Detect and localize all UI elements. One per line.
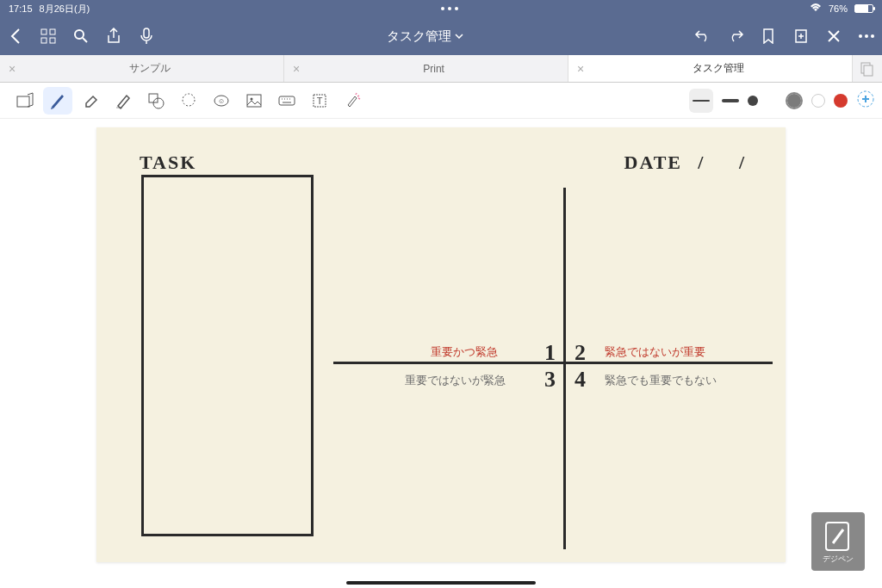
battery-icon (854, 4, 873, 13)
stroke-thin[interactable] (689, 89, 713, 113)
color-white[interactable] (811, 94, 825, 108)
bookmark-button[interactable] (760, 28, 777, 45)
tab-task[interactable]: × タスク管理 (568, 55, 853, 82)
task-heading: TASK (140, 152, 196, 174)
watermark: デジペン (811, 512, 865, 571)
svg-point-4 (75, 30, 84, 39)
eraser-tool[interactable] (76, 87, 105, 115)
chevron-down-icon (455, 34, 463, 39)
svg-rect-12 (864, 65, 873, 76)
more-button[interactable] (858, 28, 875, 45)
clock: 17:15 (9, 3, 33, 14)
color-gray[interactable] (786, 92, 803, 109)
grid-button[interactable] (40, 28, 57, 45)
canvas[interactable]: TASK DATE / / 1 2 3 4 重要かつ緊急 緊急ではないが重要 重… (0, 119, 882, 588)
redo-button[interactable] (727, 28, 744, 45)
svg-line-32 (833, 529, 843, 543)
quadrant-1-num: 1 (544, 340, 556, 366)
search-button[interactable] (72, 28, 90, 45)
svg-text:☺: ☺ (218, 97, 225, 105)
svg-text:T: T (317, 96, 323, 106)
status-dots (441, 7, 458, 10)
svg-point-8 (859, 34, 862, 38)
tool-strip: ☺ T (0, 83, 882, 119)
status-bar: 17:15 8月26日(月) 76% (0, 0, 882, 17)
tab-strip: × サンプル × Print × タスク管理 (0, 55, 882, 83)
quadrant-4-num: 4 (575, 367, 586, 393)
mic-button[interactable] (138, 28, 155, 45)
svg-rect-20 (247, 95, 261, 107)
app-bar: タスク管理 (0, 17, 882, 55)
stroke-med[interactable] (722, 99, 739, 102)
stroke-thick[interactable] (748, 96, 758, 106)
share-button[interactable] (105, 28, 122, 45)
wifi-icon (810, 3, 822, 14)
svg-rect-13 (17, 96, 29, 107)
svg-point-9 (865, 34, 868, 38)
quadrant-3-num: 3 (544, 367, 556, 393)
keyboard-tool[interactable] (272, 87, 301, 115)
svg-rect-3 (50, 38, 55, 43)
note-page[interactable]: TASK DATE / / 1 2 3 4 重要かつ緊急 緊急ではないが重要 重… (96, 127, 786, 562)
battery-pct: 76% (829, 3, 848, 14)
close-button[interactable] (825, 28, 842, 45)
svg-point-21 (251, 97, 253, 100)
svg-rect-0 (41, 29, 47, 34)
text-tool[interactable]: T (305, 87, 334, 115)
svg-point-17 (183, 94, 195, 106)
close-icon[interactable]: × (293, 62, 300, 76)
home-indicator[interactable] (346, 581, 536, 585)
quadrant-2-num: 2 (575, 340, 586, 366)
tab-sample[interactable]: × サンプル (0, 55, 284, 82)
undo-button[interactable] (694, 28, 711, 45)
svg-point-10 (871, 34, 874, 38)
color-red[interactable] (834, 94, 848, 108)
close-icon[interactable]: × (577, 62, 584, 76)
image-tool[interactable] (239, 87, 269, 115)
quadrant-1-label: 重要かつ緊急 (431, 344, 498, 360)
matrix-vertical-line (563, 188, 566, 549)
add-page-button[interactable] (792, 28, 810, 45)
tab-options[interactable] (853, 55, 882, 82)
svg-rect-1 (50, 29, 55, 34)
back-button[interactable] (7, 28, 24, 45)
date: 8月26日(月) (40, 3, 90, 15)
quadrant-2-label: 緊急ではないが重要 (605, 344, 705, 360)
tab-print[interactable]: × Print (284, 55, 568, 82)
date-slashes: / / (698, 152, 760, 174)
svg-rect-22 (279, 96, 295, 105)
zoom-tool[interactable] (10, 87, 40, 115)
stamp-tool[interactable]: ☺ (207, 87, 236, 115)
laser-tool[interactable] (338, 87, 367, 115)
task-box (141, 175, 314, 536)
svg-point-16 (153, 98, 164, 108)
close-icon[interactable]: × (9, 62, 16, 76)
quadrant-4-label: 緊急でも重要でもない (605, 373, 717, 388)
svg-line-5 (83, 38, 87, 42)
shape-tool[interactable] (141, 87, 171, 115)
svg-rect-6 (144, 28, 149, 38)
highlighter-tool[interactable] (109, 87, 138, 115)
svg-rect-14 (116, 107, 122, 108)
quadrant-3-label: 重要ではないが緊急 (405, 373, 506, 388)
app-title[interactable]: タスク管理 (155, 28, 694, 45)
svg-rect-2 (41, 38, 47, 43)
color-add[interactable] (856, 90, 875, 112)
pen-tool[interactable] (43, 87, 72, 115)
date-heading: DATE (624, 152, 683, 174)
lasso-tool[interactable] (174, 87, 203, 115)
